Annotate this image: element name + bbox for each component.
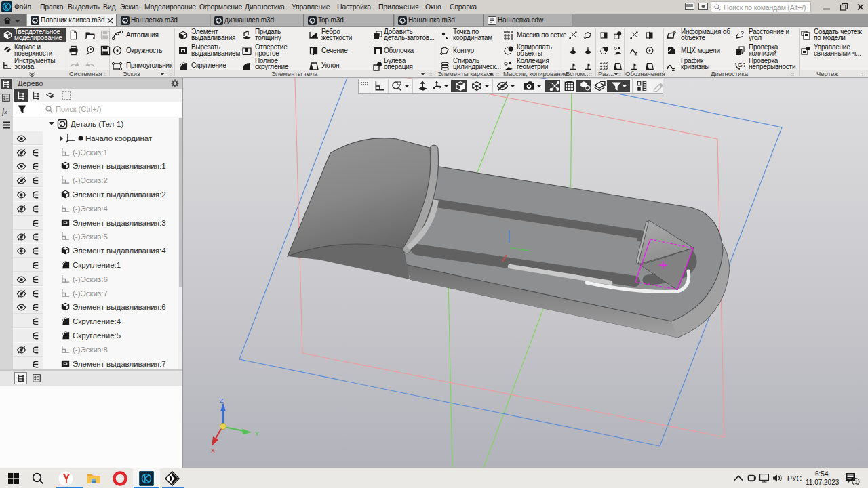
svg-text:X: X — [211, 447, 215, 454]
svg-text:Y: Y — [255, 430, 259, 437]
svg-text:1: 1 — [854, 479, 858, 485]
svg-text:Z: Z — [220, 397, 224, 404]
